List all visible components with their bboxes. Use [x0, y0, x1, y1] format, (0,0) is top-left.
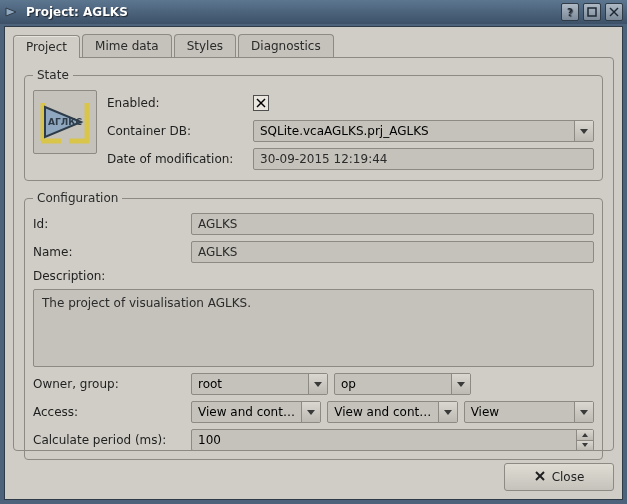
titlebar: Project: AGLKS ? — [0, 0, 627, 24]
tab-body-project: State АГЛКС Enabled: — [13, 57, 614, 451]
access-owner-combo[interactable]: View and control — [191, 401, 321, 423]
container-db-combo[interactable]: SQLite.vcaAGLKS.prj_AGLKS — [253, 120, 594, 142]
group-combo[interactable]: op — [334, 373, 471, 395]
spin-up-button[interactable] — [577, 430, 593, 441]
chevron-down-icon — [451, 374, 470, 394]
chevron-down-icon — [574, 121, 593, 141]
container-db-label: Container DB: — [107, 124, 247, 138]
shade-button[interactable] — [583, 3, 601, 21]
tab-project[interactable]: Project — [13, 35, 80, 58]
enabled-label: Enabled: — [107, 96, 247, 110]
tab-label: Mime data — [95, 39, 159, 53]
owner-group-label: Owner, group: — [33, 377, 183, 391]
close-button-label: Close — [552, 470, 585, 484]
container-db-value: SQLite.vcaAGLKS.prj_AGLKS — [254, 124, 574, 138]
svg-rect-1 — [588, 8, 596, 16]
name-input[interactable]: AGLKS — [191, 241, 594, 263]
access-group-combo[interactable]: View and control — [327, 401, 457, 423]
group-configuration: Configuration Id: AGLKS Name: AGLKS Desc… — [24, 191, 603, 460]
calc-period-value: 100 — [192, 430, 576, 450]
date-modification-value: 30-09-2015 12:19:44 — [253, 148, 594, 170]
close-window-button[interactable] — [605, 3, 623, 21]
id-value: AGLKS — [191, 213, 594, 235]
chevron-down-icon — [574, 402, 593, 422]
close-button[interactable]: Close — [504, 463, 614, 491]
tab-styles[interactable]: Styles — [174, 34, 236, 57]
name-label: Name: — [33, 245, 183, 259]
spin-down-button[interactable] — [577, 441, 593, 451]
app-icon — [4, 4, 20, 20]
project-icon[interactable]: АГЛКС — [33, 90, 97, 154]
svg-marker-0 — [6, 8, 16, 16]
calc-period-label: Calculate period (ms): — [33, 433, 183, 447]
window-root: Project: AGLKS ? Project Mime data Style… — [0, 0, 627, 504]
chevron-down-icon — [438, 402, 457, 422]
access-label: Access: — [33, 405, 183, 419]
state-legend: State — [33, 68, 73, 82]
configuration-legend: Configuration — [33, 191, 122, 205]
description-textarea[interactable]: The project of visualisation AGLKS. — [33, 289, 594, 367]
calc-period-spinbox[interactable]: 100 — [191, 429, 594, 451]
close-icon — [534, 470, 546, 485]
window-title: Project: AGLKS — [26, 5, 128, 19]
id-label: Id: — [33, 217, 183, 231]
tab-mime-data[interactable]: Mime data — [82, 34, 172, 57]
project-icon-text: АГЛКС — [48, 117, 83, 127]
tab-label: Diagnostics — [251, 39, 321, 53]
help-button[interactable]: ? — [561, 3, 579, 21]
access-other-combo[interactable]: View — [464, 401, 594, 423]
owner-combo[interactable]: root — [191, 373, 328, 395]
dialog-footer: Close — [13, 463, 614, 491]
tab-bar: Project Mime data Styles Diagnostics — [13, 33, 614, 57]
tab-label: Project — [26, 40, 67, 54]
date-modification-label: Date of modification: — [107, 152, 247, 166]
chevron-down-icon — [308, 374, 327, 394]
group-state: State АГЛКС Enabled: — [24, 68, 603, 181]
description-label: Description: — [33, 269, 594, 283]
tab-diagnostics[interactable]: Diagnostics — [238, 34, 334, 57]
tab-label: Styles — [187, 39, 223, 53]
enabled-checkbox[interactable] — [253, 95, 269, 111]
client-area: Project Mime data Styles Diagnostics Sta… — [4, 26, 623, 500]
chevron-down-icon — [301, 402, 320, 422]
